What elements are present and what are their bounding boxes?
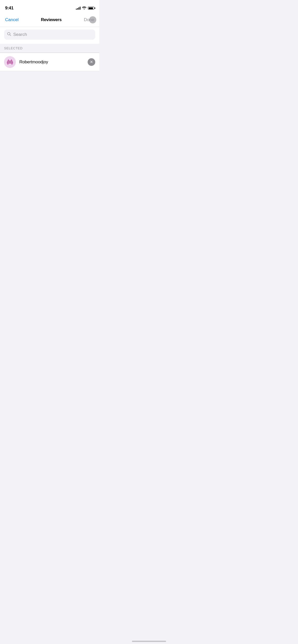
cancel-button[interactable]: Cancel (5, 17, 19, 22)
avatar (4, 56, 16, 68)
svg-rect-10 (12, 63, 13, 64)
svg-rect-2 (8, 60, 9, 61)
svg-rect-14 (11, 62, 11, 62)
selected-list: Robertmoodjoy (0, 53, 99, 71)
nav-bar: Cancel Reviewers Done (0, 13, 99, 27)
svg-rect-5 (7, 62, 13, 63)
signal-icon (76, 7, 80, 10)
selected-section-label: SELECTED (4, 46, 23, 50)
done-overlay (89, 16, 96, 23)
wifi-icon (82, 6, 86, 10)
battery-icon (88, 7, 94, 10)
svg-rect-4 (7, 61, 12, 62)
list-item: Robertmoodjoy (0, 53, 99, 71)
status-bar: 9:41 (0, 0, 99, 13)
search-input[interactable] (13, 32, 92, 37)
search-bar[interactable] (4, 30, 95, 40)
page-title: Reviewers (41, 17, 61, 22)
reviewer-name: Robertmoodjoy (19, 60, 84, 65)
status-icons (76, 6, 94, 10)
svg-rect-9 (7, 63, 7, 64)
svg-rect-8 (11, 64, 12, 65)
done-container: Done (84, 17, 94, 22)
main-content (0, 71, 99, 173)
status-time: 9:41 (5, 6, 13, 11)
svg-rect-7 (7, 64, 8, 65)
svg-rect-13 (9, 62, 9, 62)
selected-section-header: SELECTED (0, 44, 99, 53)
search-icon (7, 32, 11, 37)
svg-rect-3 (11, 60, 12, 61)
search-container (0, 27, 99, 44)
remove-reviewer-button[interactable] (88, 58, 95, 66)
svg-rect-6 (7, 63, 12, 64)
